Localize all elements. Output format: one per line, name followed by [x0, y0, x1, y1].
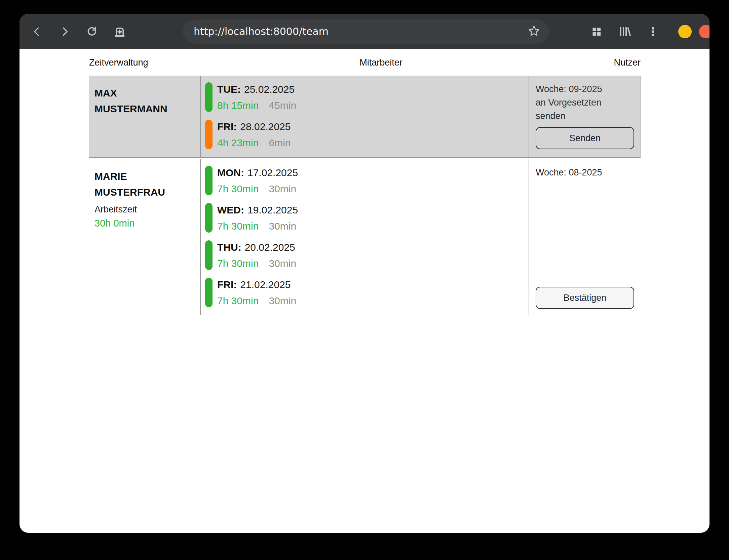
employee-entries-cell: MON:17.02.2025 7h 30min30min WED:19.02.2… — [200, 159, 529, 315]
week-cell: Woche: 09-2025 an Vorgesetzten senden Se… — [529, 76, 641, 157]
entry-text: FRI:28.02.2025 4h 23min6min — [217, 120, 291, 149]
entry-work-time: 4h 23min — [217, 137, 259, 148]
entry-day: FRI: — [217, 121, 237, 132]
entry-date: 25.02.2025 — [244, 84, 295, 95]
entry-pause-time: 6min — [269, 137, 291, 148]
entry-pause-time: 30min — [269, 295, 296, 306]
forward-icon — [59, 26, 70, 37]
worktime-value: 30h 0min — [94, 216, 200, 230]
week-label: Woche: 08-2025 — [536, 166, 634, 179]
back-button[interactable] — [30, 24, 44, 39]
reload-button[interactable] — [85, 24, 100, 39]
worktime-label: Arbeitszeit — [94, 203, 200, 216]
menu-button[interactable] — [646, 24, 660, 39]
reload-icon — [86, 25, 99, 38]
employee-name-line: MARIE — [94, 168, 200, 184]
time-entry: THU:20.02.2025 7h 30min30min — [205, 240, 529, 270]
entry-work-time: 7h 30min — [217, 258, 259, 269]
time-entry: WED:19.02.2025 7h 30min30min — [205, 203, 529, 233]
bookmark-star-icon — [528, 25, 540, 38]
entry-status-bar — [205, 240, 213, 270]
entry-text: WED:19.02.2025 7h 30min30min — [217, 203, 298, 233]
employee-name-cell: MAX MUSTERMANN — [89, 76, 200, 157]
library-button[interactable] — [617, 24, 632, 39]
entry-status-bar — [205, 166, 213, 195]
bookmark-button[interactable] — [527, 25, 541, 38]
entry-text: MON:17.02.2025 7h 30min30min — [217, 166, 298, 195]
entry-text: TUE:25.02.2025 8h 15min45min — [217, 82, 296, 112]
employee-row-max: MAX MUSTERMANN TUE:25.02.2025 8h 15min45… — [89, 76, 641, 158]
week-label: Woche: 09-2025 — [536, 82, 634, 96]
employee-row-marie: MARIE MUSTERFRAU Arbeitszeit 30h 0min MO… — [89, 159, 641, 315]
entry-date: 28.02.2025 — [240, 121, 291, 132]
entry-pause-time: 30min — [269, 258, 296, 269]
nav-mitarbeiter[interactable]: Mitarbeiter — [359, 57, 402, 68]
week-cell: Woche: 08-2025 Bestätigen — [529, 159, 641, 315]
entry-date: 17.02.2025 — [247, 167, 298, 178]
close-button[interactable] — [699, 25, 709, 38]
entry-status-bar — [205, 120, 213, 149]
toolbar-right-icons — [589, 24, 660, 39]
entry-text: THU:20.02.2025 7h 30min30min — [217, 240, 296, 270]
entry-date: 20.02.2025 — [245, 242, 295, 253]
tab-overview-grid-icon — [590, 26, 603, 38]
nav-nutzer[interactable]: Nutzer — [614, 57, 641, 68]
new-tab-button[interactable] — [112, 24, 127, 39]
entry-pause-time: 30min — [269, 221, 296, 232]
entry-work-time: 8h 15min — [217, 100, 259, 111]
senden-button[interactable]: Senden — [536, 127, 634, 149]
minimize-button[interactable] — [678, 25, 692, 38]
tab-overview-button[interactable] — [589, 24, 604, 39]
entry-day: TUE: — [217, 84, 241, 95]
entry-day: THU: — [217, 242, 241, 253]
url-text[interactable]: http://localhost:8000/team — [194, 26, 329, 37]
entry-day: WED: — [217, 204, 244, 215]
employee-entries-cell: TUE:25.02.2025 8h 15min45min FRI:28.02.2… — [200, 76, 529, 157]
employee-name-line: MAX — [94, 85, 200, 101]
entry-date: 21.02.2025 — [240, 279, 291, 290]
entry-work-time: 7h 30min — [217, 183, 259, 194]
entry-status-bar — [205, 82, 213, 112]
new-tab-icon — [113, 25, 126, 38]
entry-work-time: 7h 30min — [217, 221, 259, 232]
page-nav: Zeitverwaltung Mitarbeiter Nutzer — [89, 56, 641, 69]
entry-status-bar — [205, 203, 213, 233]
kebab-menu-icon — [647, 26, 659, 37]
time-entry: MON:17.02.2025 7h 30min30min — [205, 166, 529, 195]
time-entry: FRI:21.02.2025 7h 30min30min — [205, 278, 529, 307]
window-controls — [678, 25, 709, 38]
page-content: Zeitverwaltung Mitarbeiter Nutzer MAX MU… — [20, 49, 709, 315]
time-entry: FRI:28.02.2025 4h 23min6min — [205, 120, 529, 149]
time-entry: TUE:25.02.2025 8h 15min45min — [205, 82, 529, 112]
bestaetigen-button[interactable]: Bestätigen — [536, 287, 634, 309]
entry-work-time: 7h 30min — [217, 295, 259, 306]
employee-name-line: MUSTERFRAU — [94, 184, 200, 200]
browser-window: http://localhost:8000/team — [20, 14, 709, 533]
entry-day: FRI: — [217, 279, 237, 290]
browser-toolbar: http://localhost:8000/team — [20, 14, 709, 49]
entry-pause-time: 30min — [269, 183, 296, 194]
entry-status-bar — [205, 278, 213, 307]
week-label: senden — [536, 109, 634, 123]
back-icon — [31, 26, 43, 37]
url-bar[interactable]: http://localhost:8000/team — [183, 19, 549, 44]
library-icon — [618, 25, 631, 38]
entry-text: FRI:21.02.2025 7h 30min30min — [217, 278, 296, 307]
entry-date: 19.02.2025 — [247, 204, 298, 215]
employee-name-cell: MARIE MUSTERFRAU Arbeitszeit 30h 0min — [89, 159, 200, 315]
nav-zeitverwaltung[interactable]: Zeitverwaltung — [89, 57, 148, 68]
entry-day: MON: — [217, 167, 244, 178]
week-label: an Vorgesetzten — [536, 96, 634, 109]
employee-name-line: MUSTERMANN — [94, 101, 200, 117]
forward-button[interactable] — [57, 24, 72, 39]
entry-pause-time: 45min — [269, 100, 296, 111]
